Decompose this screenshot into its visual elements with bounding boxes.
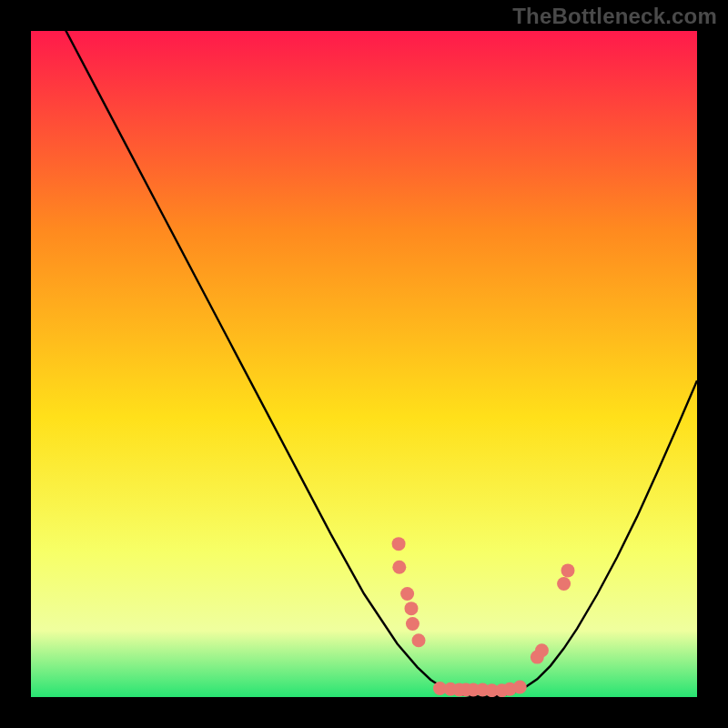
data-dot	[412, 633, 426, 647]
data-dot	[400, 587, 414, 601]
chart-frame: TheBottleneck.com	[0, 0, 728, 728]
data-dot	[404, 602, 418, 615]
data-dot	[557, 577, 571, 591]
data-dot	[392, 561, 406, 574]
data-dot	[392, 537, 406, 551]
chart-svg	[31, 31, 697, 697]
data-dot	[561, 563, 574, 577]
data-dot	[513, 681, 527, 694]
bottleneck-chart	[31, 31, 697, 697]
data-dot	[535, 643, 549, 657]
watermark-text: TheBottleneck.com	[512, 4, 717, 29]
data-dot	[406, 617, 420, 631]
gradient-background	[31, 31, 697, 697]
